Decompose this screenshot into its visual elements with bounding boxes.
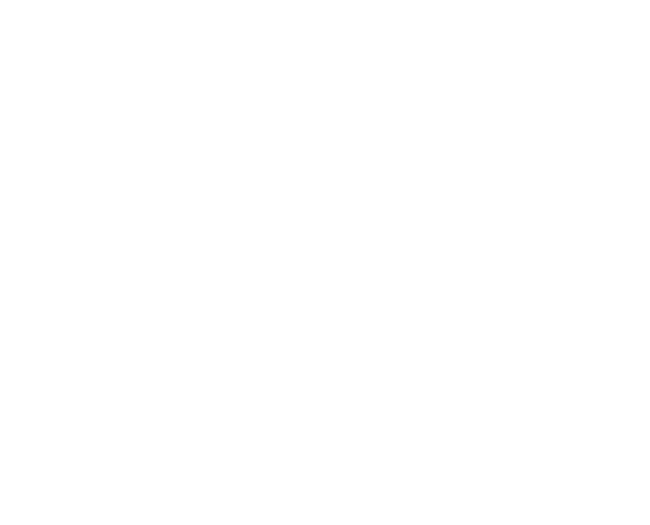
wiring-diagram xyxy=(0,0,650,525)
